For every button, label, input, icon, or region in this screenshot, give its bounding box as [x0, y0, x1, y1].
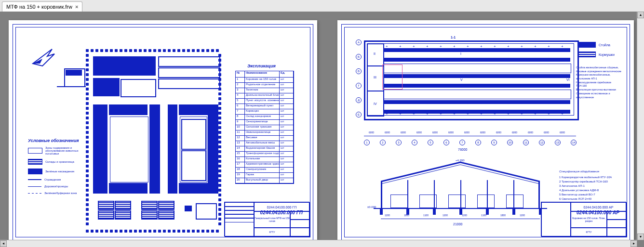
building-outline	[158, 78, 220, 89]
stamp-title: Генеральный план МТФ на 150 голов	[254, 211, 291, 228]
building-outline	[158, 56, 220, 67]
scroll-right-button[interactable]: ▸	[631, 240, 637, 247]
elev-mark: ±0.000	[367, 206, 376, 208]
tab-title: МТФ на 150 + коровник.frw	[6, 4, 72, 10]
zone-label: V	[460, 78, 463, 81]
scroll-left-button[interactable]: ◂	[0, 240, 7, 247]
building	[208, 104, 218, 194]
feed-alley	[383, 64, 571, 73]
stamp-title: Коровник на 150 голов. План, разрез	[570, 211, 607, 228]
explication-table: № Наименование Ед. 1Коровник на 150 голо…	[235, 71, 294, 184]
building	[93, 56, 156, 76]
elev-mark: +4.200	[456, 159, 465, 162]
sheet-genplan: for(let i=0;i<28;i++)document.write('<sp…	[9, 20, 317, 244]
note-line: Освещение естественное и искусственное	[576, 92, 622, 99]
zone-label: III	[374, 76, 376, 79]
room	[367, 43, 384, 66]
stall-row	[383, 110, 570, 114]
horizontal-scrollbar[interactable]: ◂ ▸	[0, 240, 637, 247]
axis-letters: АБВГДЕ	[356, 39, 362, 121]
stall-row	[383, 100, 570, 104]
building	[168, 104, 177, 194]
stamp-code: 0244.04100.000 АР	[570, 202, 627, 212]
document-tab[interactable]: МТФ на 150 + коровник.frw ×	[2, 1, 82, 12]
zone-label: VI	[566, 78, 570, 81]
north-arrow-icon	[28, 44, 57, 73]
close-icon[interactable]: ×	[75, 4, 78, 10]
legend-item: Стойла	[599, 43, 610, 47]
zone-label: IV	[374, 102, 377, 105]
spec-row: 5 Вентилятор осевой ВО-7	[559, 193, 622, 197]
building	[185, 206, 192, 211]
legend-item: Дорожки/проезды	[44, 185, 68, 188]
spec-title: Спецификация оборудования	[559, 169, 622, 174]
building	[93, 104, 107, 194]
building	[66, 70, 82, 76]
building-outline	[141, 201, 158, 210]
building-outline	[141, 210, 158, 220]
building-outline	[121, 79, 156, 97]
vertical-scrollbar[interactable]: ▴ ▾	[637, 12, 644, 240]
note-line: Кормушки железобетонные, автопоение АП-1	[576, 73, 622, 80]
stall-row	[383, 74, 570, 78]
stall-row	[383, 84, 570, 88]
spec-row: 1 Кормораздатчик мобильный КТУ-10А	[559, 175, 622, 180]
feed-alley	[383, 90, 571, 99]
legend-item: Кормушки	[599, 53, 615, 56]
road	[57, 86, 86, 87]
building	[109, 183, 148, 194]
legend-item: Зелёные насаждения	[45, 170, 74, 173]
col-header: Наименование	[245, 71, 280, 77]
note-line: Вентиляция приточно-вытяжная	[576, 88, 622, 92]
zone-label: I	[460, 52, 461, 55]
note-line: Стойла железобетонные сборные, боковые о…	[576, 66, 622, 73]
sheet-building: I II III IV V VI for(let i=0;i<14;i++)do…	[337, 20, 634, 244]
wall	[538, 182, 540, 208]
stamp-code: 0244.04100.000 ГП	[254, 202, 310, 212]
legend-title: Условные обозначения	[28, 138, 79, 143]
building	[93, 78, 120, 96]
dim-line	[381, 219, 540, 219]
spec-row: 2 Транспортёр скребковый ТСН-160	[559, 180, 622, 184]
tab-bar: МТФ на 150 + коровник.frw ×	[0, 0, 644, 12]
drawing-canvas[interactable]: for(let i=0;i<28;i++)document.write('<sp…	[0, 12, 644, 247]
stamp-org: КГТУ	[570, 227, 607, 237]
section-view: for(let i=1;i<6;i++)document.write('<div…	[381, 160, 540, 227]
spec-row: 3 Автопоилка АП-1	[559, 184, 622, 188]
spec-row: 6 Светильник ЛСП 2×40	[559, 197, 622, 201]
scroll-down-button[interactable]: ▾	[637, 234, 644, 240]
dim-values: 6000600060006000600060006000600060006000…	[364, 131, 576, 136]
highlight-box	[382, 65, 402, 90]
building-outline	[115, 201, 131, 210]
building-outline	[196, 203, 217, 220]
col-header: Ед.	[280, 71, 294, 77]
building-outline	[98, 210, 114, 220]
dim-line	[364, 136, 576, 136]
axis-numbers: 1234567891011121314	[364, 140, 576, 146]
section-mark: 1-1	[451, 36, 456, 39]
title-block: 0244.04100.000 АР Коровник на 150 голов.…	[541, 202, 626, 236]
zone-label: II	[374, 52, 376, 55]
building-outline	[158, 210, 174, 220]
spec-row: 4 Доильная установка АДМ-8	[559, 188, 622, 193]
building	[149, 104, 160, 194]
spec-block: Спецификация оборудования 1 Кормораздатч…	[559, 169, 622, 201]
stall-row	[383, 48, 570, 52]
building-outline	[181, 119, 206, 150]
col-header: №	[236, 71, 245, 77]
app-window: МТФ на 150 + коровник.frw × for(let i=0;…	[0, 0, 644, 247]
scroll-up-button[interactable]: ▴	[637, 12, 644, 18]
dim-total: 78000	[458, 148, 467, 151]
legend-item: Склады и хранилища	[45, 160, 74, 163]
legend: Зоны содержания и обслуживания животных …	[28, 146, 83, 198]
building	[179, 183, 216, 194]
dim-total: 21000	[453, 222, 462, 226]
stamp-org: КГТУ	[254, 227, 291, 237]
note-line: Навозоудаление скребковое ТСН-160	[576, 81, 622, 88]
wall	[381, 182, 382, 208]
building-outline	[98, 201, 114, 210]
building	[109, 104, 148, 115]
legend-item: Зоны содержания и обслуживания животных …	[45, 146, 83, 155]
explication-title: Экспликация	[247, 64, 276, 68]
notes-block: Стойла железобетонные сборные, боковые о…	[576, 66, 622, 99]
